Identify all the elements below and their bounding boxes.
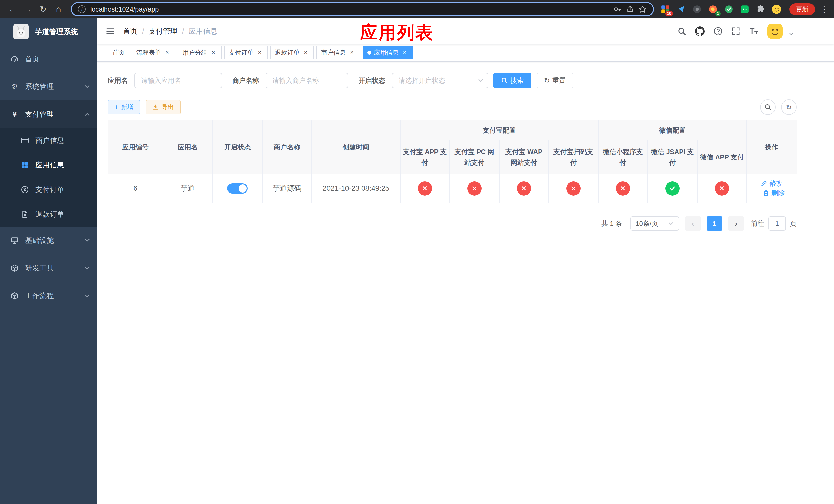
main-area: 首页 / 支付管理 / 应用信息 应用列表 首页 流程表单× 用户分组× 支付订…: [97, 19, 834, 504]
user-menu-caret-icon[interactable]: [788, 31, 794, 37]
close-icon[interactable]: ×: [348, 49, 355, 56]
disabled-status-icon: [418, 181, 432, 196]
browser-profile-avatar[interactable]: [770, 3, 783, 15]
tab-process-form[interactable]: 流程表单×: [132, 46, 175, 59]
page-1-button[interactable]: 1: [707, 216, 722, 231]
column-header-status: 开启状态: [213, 120, 262, 174]
saved-password-key-icon[interactable]: [613, 5, 622, 13]
merchant-name-label: 商户名称: [232, 76, 259, 85]
breadcrumb-item-payment[interactable]: 支付管理: [149, 26, 177, 36]
column-header-channel: 支付宝 WAP 网站支付: [499, 140, 549, 174]
extension-chat-icon[interactable]: [739, 3, 751, 15]
app-logo[interactable]: 芋道管理系统: [0, 19, 97, 45]
sidebar-item-app-info[interactable]: 应用信息: [0, 153, 97, 177]
extension-blue-icon[interactable]: [675, 3, 687, 15]
page-size-value: 10条/页: [636, 219, 658, 228]
add-button[interactable]: +新增: [108, 100, 140, 114]
close-icon[interactable]: ×: [163, 49, 171, 56]
extension-green-check-icon[interactable]: [723, 3, 735, 15]
browser-menu-icon[interactable]: ⋮: [820, 5, 829, 14]
cell-create-time: 2021-10-23 08:49:25: [312, 174, 400, 203]
delete-link[interactable]: 删除: [763, 188, 785, 198]
browser-update-button[interactable]: 更新: [789, 3, 815, 15]
status-label: 开启状态: [358, 76, 385, 85]
show-search-button[interactable]: [760, 99, 775, 115]
edit-link[interactable]: 修改: [761, 179, 783, 188]
enabled-status-icon: [665, 181, 680, 196]
bookmark-star-icon[interactable]: [639, 5, 647, 13]
address-bar[interactable]: i localhost:1024/pay/app: [71, 2, 654, 17]
goto-page-input[interactable]: [768, 216, 786, 231]
sidebar-item-system[interactable]: ⚙ 系统管理: [0, 73, 97, 100]
user-avatar[interactable]: [767, 24, 783, 39]
sidebar-item-label: 支付订单: [36, 185, 64, 194]
close-icon[interactable]: ×: [302, 49, 309, 56]
next-page-button[interactable]: ›: [728, 216, 744, 231]
sidebar-item-payment-orders[interactable]: 支付订单: [0, 177, 97, 202]
browser-back-icon[interactable]: ←: [5, 2, 20, 17]
page-size-select[interactable]: 10条/页: [630, 216, 679, 231]
site-info-icon[interactable]: i: [78, 5, 86, 13]
gear-icon: ⚙: [10, 83, 19, 90]
tab-merchant-info[interactable]: 商户信息×: [316, 46, 360, 59]
fullscreen-icon[interactable]: [731, 27, 740, 36]
browser-reload-icon[interactable]: ↻: [36, 2, 50, 17]
column-header-channel: 微信小程序支付: [598, 140, 648, 174]
sidebar-item-label: 研发工具: [25, 263, 54, 273]
extension-dark-icon[interactable]: [691, 3, 703, 15]
tab-label: 用户分组: [182, 48, 207, 56]
tab-user-group[interactable]: 用户分组×: [178, 46, 222, 59]
column-header-merchant: 商户名称: [262, 120, 312, 174]
tab-app-info[interactable]: 应用信息×: [363, 46, 413, 59]
github-icon[interactable]: [695, 26, 705, 36]
reset-button[interactable]: ↻重置: [536, 73, 573, 88]
sidebar-item-merchant-info[interactable]: 商户信息: [0, 128, 97, 153]
cell-channel-alipay-wap: [499, 174, 549, 203]
status-select[interactable]: [392, 73, 488, 88]
navbar-actions: [678, 24, 826, 39]
close-icon[interactable]: ×: [210, 49, 217, 56]
sidebar-item-dev-tools[interactable]: 研发工具: [0, 254, 97, 282]
cube-icon: [10, 264, 19, 272]
app-navbar: 首页 / 支付管理 / 应用信息 应用列表: [97, 19, 834, 44]
status-toggle[interactable]: [227, 183, 248, 193]
font-size-icon[interactable]: [749, 26, 759, 36]
column-header-app-name: 应用名: [163, 120, 213, 174]
cell-merchant: 芋道源码: [262, 174, 312, 203]
chevron-up-icon: [84, 111, 90, 117]
sidebar-item-label: 应用信息: [36, 160, 64, 170]
column-header-app-id: 应用编号: [108, 120, 163, 174]
tab-label: 退款订单: [275, 48, 300, 56]
prev-page-button[interactable]: ‹: [685, 216, 701, 231]
sidebar-item-refund-orders[interactable]: 退款订单: [0, 202, 97, 227]
close-icon[interactable]: ×: [401, 49, 408, 56]
export-button[interactable]: 导出: [146, 100, 180, 114]
refresh-button[interactable]: ↻: [781, 99, 796, 115]
merchant-name-input[interactable]: [266, 73, 348, 88]
extension-orange-icon[interactable]: 1: [707, 3, 719, 15]
tab-home[interactable]: 首页: [108, 46, 129, 59]
sidebar-item-payment[interactable]: ¥ 支付管理: [0, 100, 97, 128]
extension-grid-icon[interactable]: 10: [659, 3, 672, 15]
sidebar-item-infrastructure[interactable]: 基础设施: [0, 227, 97, 254]
column-header-create-time: 创建时间: [312, 120, 400, 174]
sidebar-toggle-icon[interactable]: [106, 27, 115, 36]
browser-home-icon[interactable]: ⌂: [51, 2, 66, 17]
search-icon[interactable]: [678, 27, 686, 36]
app-name-input[interactable]: [134, 73, 222, 88]
close-icon[interactable]: ×: [256, 49, 263, 56]
browser-forward-icon[interactable]: →: [21, 2, 35, 17]
search-button[interactable]: 搜索: [493, 73, 531, 88]
payment-submenu: 商户信息 应用信息 支付订单 退款订单: [0, 128, 97, 227]
tab-payment-orders[interactable]: 支付订单×: [224, 46, 268, 59]
sidebar-item-home[interactable]: 首页: [0, 45, 97, 73]
reset-button-label: 重置: [552, 76, 566, 85]
url-text: localhost:1024/pay/app: [90, 5, 609, 13]
chevron-down-icon: [84, 84, 90, 90]
extensions-puzzle-icon[interactable]: [754, 3, 767, 15]
breadcrumb-item-home[interactable]: 首页: [123, 26, 137, 36]
share-icon[interactable]: [626, 5, 634, 13]
help-icon[interactable]: [714, 27, 723, 36]
sidebar-item-workflow[interactable]: 工作流程: [0, 282, 97, 310]
tab-refund-orders[interactable]: 退款订单×: [270, 46, 314, 59]
